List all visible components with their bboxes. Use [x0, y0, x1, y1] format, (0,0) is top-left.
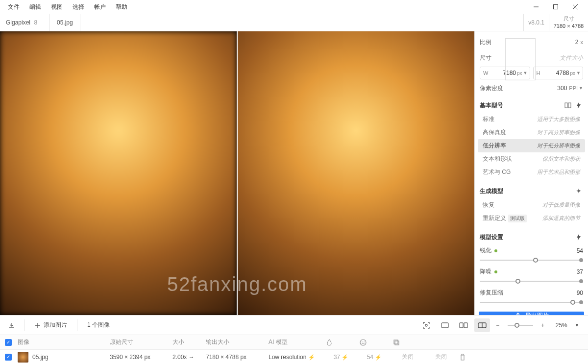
image-count: 1 个图像 [82, 318, 115, 332]
model-lowres[interactable]: 低分辨率对于低分辨率图像 [478, 139, 585, 152]
view-split-icon[interactable] [456, 318, 471, 332]
row-filename: 05.jpg [32, 354, 49, 361]
model-standard[interactable]: 标准适用于大多数图像 [478, 113, 585, 126]
plus-icon [35, 322, 41, 328]
row-orig-size: 3590 × 2394 px [110, 354, 169, 361]
chevron-down-icon[interactable]: ▼ [579, 86, 583, 91]
sharpen-slider[interactable]: 锐化54 [475, 244, 588, 266]
svg-rect-4 [565, 103, 567, 108]
preview-after [238, 31, 474, 315]
menu-account[interactable]: 帐户 [89, 1, 111, 13]
settings-panel: 比例 2 x 尺寸 文件大小 W 7180 px ▼ H 4788 px ▼ [474, 31, 588, 315]
svg-point-13 [362, 341, 363, 342]
svg-rect-16 [395, 341, 399, 345]
face-icon [360, 339, 389, 346]
menu-file[interactable]: 文件 [3, 1, 24, 13]
download-icon[interactable] [4, 318, 20, 332]
zoom-in-button[interactable]: + [538, 318, 548, 332]
droplet-icon [326, 339, 356, 346]
preview-before [0, 31, 238, 315]
col-model[interactable]: AI 模型 [269, 338, 322, 346]
view-single-icon[interactable] [437, 318, 453, 332]
row-out-size: 7180 × 4788 px [206, 354, 265, 361]
chevron-down-icon[interactable]: ▼ [576, 71, 581, 75]
col-orig[interactable]: 原始尺寸 [110, 338, 169, 346]
menu-help[interactable]: 帮助 [111, 1, 132, 13]
row-face-off: 关闭 [393, 353, 422, 361]
svg-rect-15 [394, 340, 398, 344]
col-image[interactable]: 图像 [18, 338, 106, 346]
svg-point-6 [425, 324, 427, 326]
status-dot-icon [494, 270, 497, 273]
close-button[interactable] [565, 0, 585, 14]
menu-view[interactable]: 视图 [46, 1, 68, 13]
bolt-icon: ⚡ [308, 354, 315, 360]
height-input[interactable]: H 4788 px ▼ [533, 67, 584, 79]
menu-select[interactable]: 选择 [68, 1, 89, 13]
row-layers-off: 关闭 [426, 353, 456, 361]
denoise-slider[interactable]: 降噪37 [475, 266, 588, 287]
zoom-level[interactable]: 25% ▼ [551, 318, 584, 332]
compare-icon[interactable] [564, 101, 572, 110]
size-label: 尺寸 [480, 54, 491, 62]
bolt-icon[interactable] [574, 233, 583, 242]
add-image-button[interactable]: 添加图片 [30, 318, 72, 332]
title-bar: Gigapixel 8 05.jpg v8.0.1 尺寸 7180 × 4788 [0, 14, 588, 31]
maximize-button[interactable] [546, 0, 565, 14]
trash-icon[interactable] [460, 354, 474, 361]
file-tab[interactable]: 05.jpg [50, 14, 80, 31]
row-thumbnail [18, 352, 28, 363]
filesize-label: 文件大小 [560, 54, 583, 62]
layers-icon [393, 339, 422, 346]
focus-icon[interactable] [418, 318, 434, 332]
model-settings-header: 模型设置 [475, 229, 588, 244]
svg-point-14 [364, 341, 365, 342]
chevron-down-icon: ▼ [575, 323, 579, 328]
output-dimensions: 尺寸 7180 × 4788 [549, 14, 588, 31]
bolt-icon[interactable] [574, 101, 583, 110]
svg-rect-7 [441, 323, 448, 328]
gen-redefine[interactable]: 重新定义测试版添加逼真的细节 [478, 212, 585, 225]
export-button[interactable]: 导出图片 [479, 312, 584, 315]
model-art[interactable]: 艺术与 CG用于艺术品和图形 [478, 166, 585, 179]
minimize-button[interactable] [526, 0, 546, 14]
col-out[interactable]: 输出大小 [206, 338, 265, 346]
row-model: Low resolution ⚡ [269, 354, 322, 361]
model-hifi[interactable]: 高保真度对于高分辨率图像 [478, 126, 585, 139]
file-table-row[interactable]: ✓ 05.jpg 3590 × 2394 px 2.00x → 7180 × 4… [0, 349, 588, 364]
select-all-checkbox[interactable]: ✓ [5, 339, 12, 346]
row-sharpen: 54 ⚡ [360, 354, 389, 361]
svg-rect-5 [568, 103, 571, 108]
svg-rect-8 [460, 323, 463, 328]
menu-bar: 文件 编辑 视图 选择 帐户 帮助 [0, 0, 588, 14]
ppi-row[interactable]: 像素密度 300 PPI ▼ [475, 81, 588, 95]
menu-edit[interactable]: 编辑 [24, 1, 46, 13]
row-scale: 2.00x → [172, 354, 202, 361]
col-size[interactable]: 大小 [172, 338, 202, 346]
status-dot-icon [494, 249, 497, 252]
row-checkbox[interactable]: ✓ [5, 354, 12, 361]
zoom-slider[interactable] [508, 325, 533, 326]
gen-restore[interactable]: 恢复对于低质量图像 [478, 198, 585, 212]
model-text[interactable]: 文本和形状保留文本和形状 [478, 152, 585, 166]
app-name: Gigapixel 8 [0, 14, 50, 31]
svg-rect-9 [464, 323, 467, 328]
gen-model-header: 生成模型 ✦ [475, 183, 588, 198]
view-side-icon[interactable] [474, 318, 490, 332]
preview-canvas[interactable]: 52fanxing.com [0, 31, 474, 315]
navigator-viewport[interactable] [505, 38, 536, 80]
zoom-out-button[interactable]: − [493, 318, 503, 332]
svg-rect-1 [554, 5, 558, 9]
row-denoise: 37 ⚡ [326, 354, 356, 361]
compress-slider[interactable]: 修复压缩90 [475, 287, 588, 308]
bottom-toolbar: 添加图片 1 个图像 − + 25% ▼ [0, 315, 588, 335]
app-version: v8.0.1 [523, 14, 549, 31]
svg-point-12 [360, 340, 366, 345]
file-table-header: ✓ 图像 原始尺寸 大小 输出大小 AI 模型 [0, 335, 588, 349]
sparkle-icon[interactable]: ✦ [574, 187, 583, 195]
basic-model-header: 基本型号 [475, 97, 588, 113]
